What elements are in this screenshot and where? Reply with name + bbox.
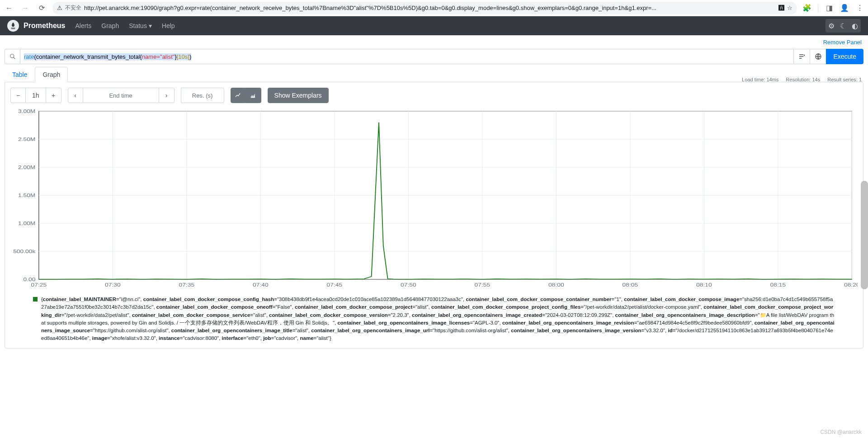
end-time-input[interactable]: End time (83, 88, 159, 103)
time-back-button[interactable]: ‹ (68, 88, 83, 103)
sidepanel-icon[interactable]: ◨ (825, 4, 834, 13)
url-text: http://pet.anarckk.me:19090/graph?g0.exp… (84, 5, 776, 11)
search-icon (5, 49, 20, 64)
tab-table[interactable]: Table (5, 67, 35, 82)
translate-icon[interactable]: 🅰 (778, 5, 784, 11)
contrast-icon[interactable]: ◐ (849, 19, 861, 33)
profile-icon[interactable]: 👤 (840, 4, 849, 13)
watermark: CSDN @anarckk (820, 429, 862, 435)
dark-mode-icon[interactable]: ☾ (837, 19, 849, 33)
svg-text:07:50: 07:50 (401, 282, 416, 287)
range-decrease-button[interactable]: − (10, 88, 26, 103)
line-chart-icon[interactable] (231, 88, 246, 103)
divider (818, 4, 818, 12)
stat-load: Load time: 14ms (742, 77, 778, 82)
range-increase-button[interactable]: + (46, 88, 61, 103)
browser-right-icons: 🧩 ◨ 👤 ⋮ (802, 4, 864, 13)
browser-toolbar: ← → ⟳ ⚠ 不安全 http://pet.anarckk.me:19090/… (0, 0, 868, 16)
range-value[interactable]: 1h (26, 88, 46, 103)
remove-panel-link[interactable]: Remove Panel (823, 39, 862, 46)
svg-text:07:45: 07:45 (327, 282, 343, 287)
svg-text:1.50M: 1.50M (18, 193, 35, 198)
svg-text:07:25: 07:25 (31, 282, 47, 287)
brand-logo[interactable]: Prometheus (7, 20, 65, 32)
stacked-chart-icon[interactable] (246, 88, 261, 103)
svg-text:08:00: 08:00 (548, 282, 564, 287)
svg-text:500.00k: 500.00k (13, 249, 36, 254)
nav-alerts[interactable]: Alerts (75, 22, 91, 29)
svg-text:08:05: 08:05 (623, 282, 638, 287)
address-bar[interactable]: ⚠ 不安全 http://pet.anarckk.me:19090/graph?… (52, 2, 797, 14)
graph-panel: − 1h + ‹ End time › Res. (s) Show Exemp (5, 82, 863, 349)
result-tabs: Table Graph (5, 67, 68, 82)
svg-text:07:35: 07:35 (179, 282, 195, 287)
svg-text:08:10: 08:10 (696, 282, 712, 287)
svg-text:07:40: 07:40 (253, 282, 269, 287)
query-bar: rate(container_network_transmit_bytes_to… (5, 49, 863, 64)
menu-icon[interactable]: ⋮ (855, 4, 864, 13)
back-button[interactable]: ← (4, 3, 14, 14)
stat-res: Resolution: 14s (786, 77, 820, 82)
stat-series: Result series: 1 (827, 77, 862, 82)
svg-text:08:15: 08:15 (770, 282, 786, 287)
navbar-right: ⚙ ☾ ◐ (826, 19, 861, 33)
nav-help[interactable]: Help (162, 22, 175, 29)
svg-text:2.50M: 2.50M (18, 137, 35, 142)
settings-icon[interactable]: ⚙ (826, 19, 837, 33)
legend[interactable]: {container_label_MAINTAINER="i@nn.ci", c… (10, 293, 858, 343)
reload-button[interactable]: ⟳ (36, 3, 47, 14)
svg-line-1 (13, 57, 15, 59)
insecure-icon: ⚠ (57, 5, 62, 11)
scrollbar-thumb[interactable] (861, 181, 868, 289)
chart-area[interactable]: 0.00500.00k1.00M1.50M2.00M2.50M3.00M07:2… (10, 108, 858, 293)
prometheus-icon (7, 20, 19, 32)
extensions-icon[interactable]: 🧩 (802, 4, 811, 13)
insecure-label: 不安全 (65, 4, 81, 12)
svg-text:08:20: 08:20 (844, 282, 858, 287)
expression-input[interactable]: rate(container_network_transmit_bytes_to… (20, 49, 794, 64)
bookmark-icon[interactable]: ☆ (787, 5, 793, 11)
query-stats: Load time: 14ms Resolution: 14s Result s… (742, 67, 863, 82)
brand-text: Prometheus (24, 22, 65, 30)
globe-button[interactable] (810, 49, 826, 64)
app-navbar: Prometheus Alerts Graph Status ▾ Help ⚙ … (0, 16, 868, 35)
execute-button[interactable]: Execute (826, 49, 863, 64)
legend-text: {container_label_MAINTAINER="i@nn.ci", c… (41, 296, 835, 343)
graph-controls: − 1h + ‹ End time › Res. (s) Show Exemp (10, 88, 858, 103)
show-exemplars-button[interactable]: Show Exemplars (268, 88, 329, 103)
nav-status[interactable]: Status ▾ (129, 22, 152, 29)
svg-text:07:55: 07:55 (475, 282, 491, 287)
svg-text:0.00: 0.00 (23, 277, 35, 282)
svg-text:1.00M: 1.00M (18, 221, 35, 226)
legend-swatch (33, 297, 38, 301)
svg-text:07:30: 07:30 (105, 282, 121, 287)
svg-point-0 (10, 54, 14, 58)
tab-graph[interactable]: Graph (35, 67, 68, 82)
nav-links: Alerts Graph Status ▾ Help (75, 22, 175, 29)
forward-button[interactable]: → (20, 3, 31, 14)
nav-graph[interactable]: Graph (101, 22, 119, 29)
svg-text:2.00M: 2.00M (18, 165, 35, 170)
svg-text:3.00M: 3.00M (18, 108, 35, 114)
time-forward-button[interactable]: › (159, 88, 175, 103)
format-button[interactable] (794, 49, 810, 64)
resolution-input[interactable]: Res. (s) (181, 88, 224, 103)
